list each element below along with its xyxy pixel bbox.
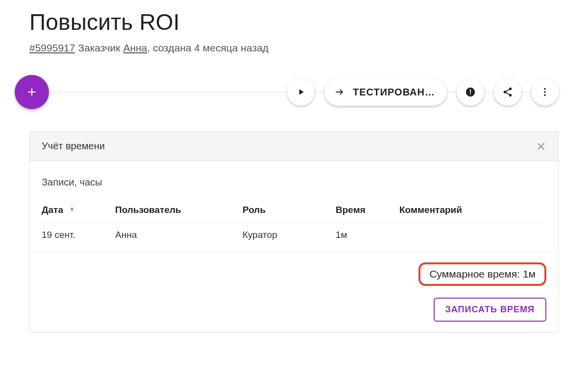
client-name-link[interactable]: Анна — [123, 42, 147, 53]
col-role-header[interactable]: Роль — [243, 198, 336, 223]
play-icon — [296, 87, 306, 97]
col-user-header[interactable]: Пользователь — [115, 198, 243, 223]
status-button[interactable]: ТЕСТИРОВАН… — [324, 78, 447, 106]
section-title: Записи, часы — [42, 177, 546, 188]
created-suffix: , создана 4 месяца назад — [147, 42, 269, 53]
col-time-header[interactable]: Время — [336, 198, 399, 223]
record-time-button[interactable]: ЗАПИСАТЬ ВРЕМЯ — [434, 298, 546, 322]
play-button[interactable] — [287, 78, 315, 106]
col-comment-header[interactable]: Комментарий — [399, 198, 546, 223]
share-icon — [502, 87, 513, 97]
close-panel-button[interactable] — [536, 141, 546, 152]
svg-rect-1 — [470, 90, 471, 93]
more-button[interactable] — [531, 78, 559, 106]
alert-icon — [465, 87, 476, 97]
panel-footer: Суммарное время: 1м — [30, 252, 558, 296]
more-vertical-icon — [539, 87, 550, 97]
plus-icon — [25, 86, 38, 98]
svg-point-7 — [544, 91, 546, 93]
share-button[interactable] — [494, 78, 521, 106]
alert-button[interactable] — [457, 78, 484, 106]
cell-role: Куратор — [243, 223, 336, 248]
svg-point-8 — [544, 94, 546, 96]
ticket-id-link[interactable]: #5995917 — [29, 42, 75, 53]
client-prefix: Заказчик — [78, 42, 120, 53]
add-button[interactable] — [15, 75, 49, 109]
cell-user: Анна — [115, 223, 243, 248]
cell-date: 19 сент. — [42, 223, 115, 248]
cell-comment — [399, 223, 546, 248]
cell-time: 1м — [336, 223, 399, 248]
svg-point-6 — [544, 88, 546, 90]
table-row: 19 сент. Анна Куратор 1м — [42, 223, 546, 248]
panel-title: Учёт времени — [42, 140, 105, 152]
sort-asc-icon — [69, 205, 75, 215]
col-date-header[interactable]: Дата — [42, 198, 115, 223]
total-label: Суммарное время: — [429, 268, 520, 280]
time-table: Дата Пользователь Роль Время Комментарий — [42, 198, 546, 247]
total-time-badge: Суммарное время: 1м — [418, 262, 546, 286]
time-tracking-panel: Учёт времени Записи, часы Дата — [29, 131, 559, 333]
svg-point-5 — [509, 94, 512, 97]
status-label: ТЕСТИРОВАН… — [353, 87, 435, 98]
close-icon — [536, 141, 546, 152]
col-date-label: Дата — [42, 205, 63, 215]
total-value: 1м — [523, 268, 536, 280]
svg-point-4 — [504, 91, 507, 94]
arrow-right-icon — [334, 87, 345, 97]
svg-point-3 — [509, 88, 512, 91]
panel-header: Учёт времени — [30, 132, 558, 161]
page-subtitle: #5995917 Заказчик Анна, создана 4 месяца… — [29, 42, 559, 54]
page-title: Повысить ROI — [29, 9, 559, 35]
svg-rect-2 — [470, 94, 471, 95]
toolbar: ТЕСТИРОВАН… — [29, 77, 559, 107]
